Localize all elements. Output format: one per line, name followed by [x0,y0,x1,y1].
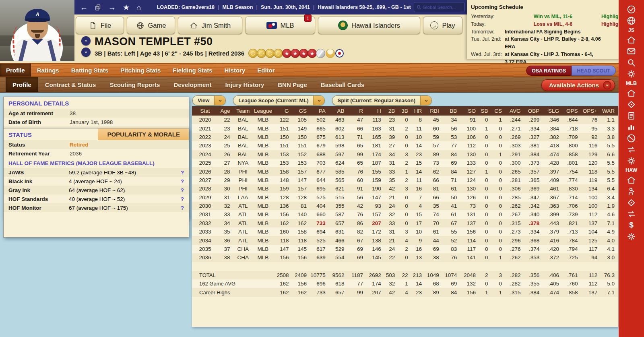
col-header-ops+[interactable]: OPS+ [582,106,601,116]
osa-ratings-button[interactable]: OSA RATINGS [526,66,572,76]
col-header-stat[interactable]: Stat [192,106,218,116]
subtab-scouting-reports[interactable]: Scouting Reports [103,77,167,92]
stats-cell: 61 [425,227,443,236]
help-icon[interactable]: ? [177,205,184,211]
subtab-contract-status[interactable]: Contract & Status [38,77,103,92]
transactions-icon[interactable] [626,144,637,155]
col-header-ops[interactable]: OPS [563,106,582,116]
mail-icon[interactable] [626,46,637,56]
col-header-2b[interactable]: 2B [385,106,398,116]
col-header-bb[interactable]: BB [443,106,461,116]
available-actions-button[interactable]: Available Actions [541,79,615,91]
col-header-g[interactable]: G [274,106,293,116]
home-icon[interactable] [626,88,637,98]
col-header-obp[interactable]: OBP [524,106,543,116]
tab-pitching-stats[interactable]: Pitching Stats [114,64,167,76]
stats-cell: 0 [479,184,491,193]
gear-icon[interactable] [626,155,637,166]
field-icon[interactable] [626,99,637,110]
stats-cell: 565 [329,176,348,184]
stats-cell: .706 [563,202,582,210]
tab-profile[interactable]: Profile [0,64,31,76]
forward-icon[interactable]: → [108,4,116,11]
col-header-age[interactable]: Age [218,106,234,116]
stats-cell: 104 [582,227,601,236]
col-header-slg[interactable]: SLG [543,106,563,116]
help-icon[interactable]: ? [177,178,184,184]
tab-editor[interactable]: Editor [251,64,281,76]
col-header-cs[interactable]: CS [491,106,505,116]
home-icon[interactable] [626,35,637,45]
view-dropdown[interactable]: View [192,95,226,105]
subtab-baseball-cards[interactable]: Baseball Cards [314,77,371,92]
col-header-ab[interactable]: AB [329,106,348,116]
menu-button-mlb[interactable]: MLB! [245,17,315,34]
help-icon[interactable]: ? [177,187,184,193]
col-header-team[interactable]: Team [233,106,252,116]
baseball-icon[interactable] [626,133,637,143]
status-title: STATUS [4,128,98,140]
split-dropdown[interactable]: Split (Current: Regular Season) [332,95,432,105]
subtab-development[interactable]: Development [167,77,218,92]
globe-icon[interactable] [626,15,637,26]
check-circle-icon[interactable] [626,4,637,14]
stats-cell: 148 [274,176,293,184]
menu-button-file[interactable]: File [76,17,124,34]
coach-icon[interactable] [626,186,637,196]
stats-cell: .346 [543,116,563,124]
news-icon[interactable] [626,110,637,121]
col-header-war[interactable]: WAR [601,106,618,116]
tab-batting-stats[interactable]: Batting Stats [65,64,115,76]
col-header-hr[interactable]: HR [412,106,425,116]
col-header-h[interactable]: H [367,106,385,116]
tab-fielding-stats[interactable]: Fielding Stats [167,64,218,76]
col-header-gs[interactable]: GS [292,106,310,116]
col-header-sb[interactable]: SB [479,106,491,116]
global-search[interactable] [414,2,464,12]
field-icon[interactable] [626,197,637,208]
league-scope-dropdown[interactable]: League Scope (Current: ML) [233,95,325,105]
transactions-icon[interactable] [626,209,637,219]
search-icon[interactable] [626,57,637,68]
help-icon[interactable]: ? [177,170,184,176]
popularity-morale-tab[interactable]: POPULARITY & MORALE [98,128,189,140]
player-prev-button[interactable] [81,36,91,45]
subtab-injury-history[interactable]: Injury History [219,77,271,92]
finance-icon[interactable]: $ [626,220,637,230]
menu-button-play[interactable]: Play [423,17,462,34]
col-header-league[interactable]: League [252,106,274,116]
col-header-3b[interactable]: 3B [398,106,411,116]
gear-icon[interactable] [626,231,637,242]
home-icon[interactable] [626,175,637,185]
tab-ratings[interactable]: Ratings [31,64,65,76]
col-header-so[interactable]: SO [460,106,479,116]
star-icon[interactable]: ★ [123,4,130,11]
stats-cell: 2 [398,176,411,184]
copy-icon[interactable] [95,4,101,11]
separator: | [256,4,258,10]
menu-button-hawaii-islanders[interactable]: Hawaii Islanders [318,17,420,34]
gear-icon[interactable] [626,68,637,79]
home-icon[interactable]: ⌂ [136,4,141,11]
stats-cell: CHA [233,253,252,262]
col-header-r[interactable]: R [348,106,367,116]
menu-button-jim-smith[interactable]: Jim Smith [178,17,242,34]
tab-history[interactable]: History [219,64,252,76]
stats-cell: 2023 [192,141,218,150]
subtab-profile[interactable]: Profile [6,77,38,92]
head-scout-button[interactable]: HEAD SCOUT [572,66,616,76]
subtab-bnn-page[interactable]: BNN Page [271,77,314,92]
stats-cell: 0 [479,210,491,219]
help-icon[interactable]: ? [177,196,184,202]
back-icon[interactable]: ← [80,4,88,11]
col-header-avg[interactable]: AVG [506,106,524,116]
stats-icon[interactable] [626,122,637,132]
stats-cell: .285 [506,193,524,202]
status-segment: LOADED: Game3vers18 [157,4,215,10]
col-header-pa[interactable]: PA [310,106,329,116]
menu-button-game[interactable]: Game [127,17,175,34]
stats-cell: 21 [385,193,398,202]
player-next-button[interactable] [81,48,91,57]
col-header-rbi[interactable]: RBI [425,106,443,116]
search-input[interactable] [422,4,462,10]
